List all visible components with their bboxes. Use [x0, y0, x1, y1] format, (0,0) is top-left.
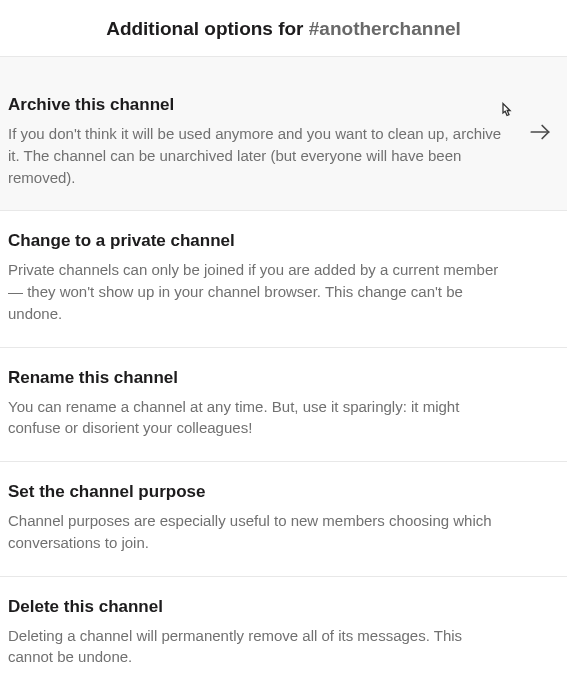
option-title: Rename this channel [8, 368, 507, 388]
option-delete-channel[interactable]: Delete this channel Deleting a channel w… [0, 577, 567, 684]
option-description: Channel purposes are especially useful t… [8, 510, 507, 554]
options-list: Archive this channel If you don't think … [0, 57, 567, 683]
channel-name: #anotherchannel [309, 18, 461, 39]
chevron-right-icon [527, 119, 553, 149]
option-content: Archive this channel If you don't think … [8, 95, 557, 188]
option-content: Change to a private channel Private chan… [8, 231, 557, 324]
dialog-title: Additional options for #anotherchannel [106, 18, 461, 39]
option-title: Delete this channel [8, 597, 507, 617]
option-description: Deleting a channel will permanently remo… [8, 625, 507, 669]
option-rename-channel[interactable]: Rename this channel You can rename a cha… [0, 348, 567, 463]
option-private-channel[interactable]: Change to a private channel Private chan… [0, 211, 567, 347]
option-channel-purpose[interactable]: Set the channel purpose Channel purposes… [0, 462, 567, 577]
pointer-cursor-icon [497, 101, 515, 125]
option-content: Delete this channel Deleting a channel w… [8, 597, 557, 669]
option-title: Change to a private channel [8, 231, 507, 251]
dialog-header: Additional options for #anotherchannel [0, 0, 567, 57]
option-description: You can rename a channel at any time. Bu… [8, 396, 507, 440]
option-title: Set the channel purpose [8, 482, 507, 502]
option-description: Private channels can only be joined if y… [8, 259, 507, 324]
option-content: Set the channel purpose Channel purposes… [8, 482, 557, 554]
option-archive-channel[interactable]: Archive this channel If you don't think … [0, 57, 567, 211]
option-content: Rename this channel You can rename a cha… [8, 368, 557, 440]
option-title: Archive this channel [8, 95, 507, 115]
title-prefix: Additional options for [106, 18, 309, 39]
option-description: If you don't think it will be used anymo… [8, 123, 507, 188]
